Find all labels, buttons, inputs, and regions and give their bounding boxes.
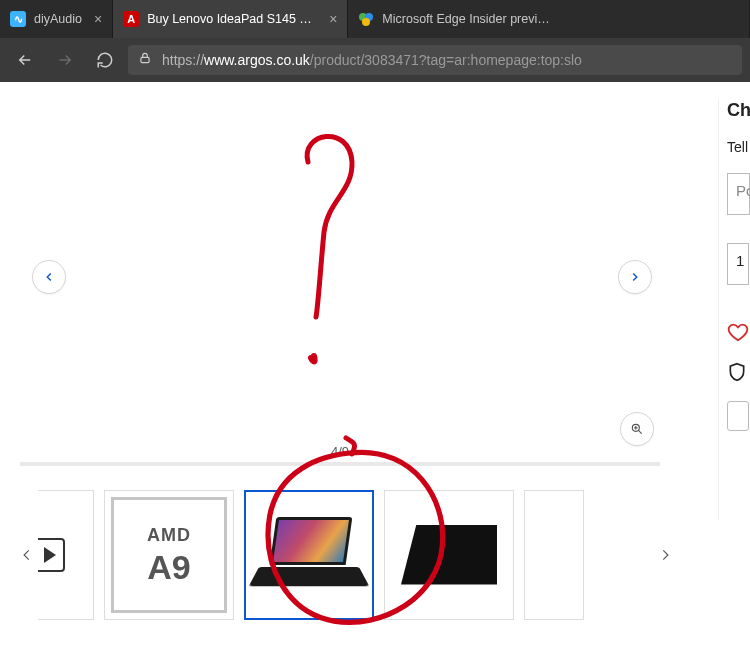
postcode-input[interactable]: Po (727, 173, 750, 215)
check-stock-header: Che (727, 100, 750, 121)
thumbnail-strip: deo AMD A9 (16, 482, 676, 627)
thumbnail-list: deo AMD A9 (38, 490, 654, 620)
wave-icon: ∿ (10, 11, 26, 27)
svg-line-5 (638, 430, 641, 433)
browser-tab-bar: ∿ diyAudio × A Buy Lenovo IdeaPad S145 1… (0, 0, 750, 38)
edge-icon (358, 11, 374, 27)
thumb-prev-button[interactable] (16, 541, 38, 569)
argos-icon: A (123, 11, 139, 27)
thumbnail-next-partial[interactable] (524, 490, 584, 620)
tab-edge-insider[interactable]: Microsoft Edge Insider previ… (348, 0, 750, 38)
refresh-button[interactable] (88, 43, 122, 77)
gallery-counter: 4/9 (20, 444, 660, 459)
thumbnail-laptop-side[interactable] (384, 490, 514, 620)
tab-diyaudio[interactable]: ∿ diyAudio × (0, 0, 113, 38)
forward-button (48, 43, 82, 77)
url-protocol: https:// (162, 52, 204, 68)
thumbnail-amd[interactable]: AMD A9 (104, 490, 234, 620)
tab-title: diyAudio (34, 12, 82, 26)
play-icon (38, 538, 65, 572)
zoom-button[interactable] (620, 412, 654, 446)
close-icon[interactable]: × (329, 12, 337, 26)
tab-title: Microsoft Edge Insider previ… (382, 12, 549, 26)
thumbnail-laptop-selected[interactable] (244, 490, 374, 620)
url-path: /product/3083471?tag=ar:homepage:top:slo (310, 52, 582, 68)
tell-us-label: Tell u (727, 139, 750, 155)
amd-frame (111, 497, 227, 613)
thumbnail-video[interactable]: deo (38, 490, 94, 620)
browser-nav-bar: https://www.argos.co.uk/product/3083471?… (0, 38, 750, 82)
shield-icon[interactable] (727, 362, 750, 385)
page-content: 4/9 deo AMD A9 (0, 82, 750, 650)
gallery-prev-button[interactable] (32, 260, 66, 294)
tab-argos-active[interactable]: A Buy Lenovo IdeaPad S145 15.6 I… × (113, 0, 348, 38)
quantity-input[interactable]: 1 (727, 243, 749, 285)
tab-title: Buy Lenovo IdeaPad S145 15.6 I… (147, 12, 317, 26)
lock-icon (138, 51, 152, 69)
back-button[interactable] (8, 43, 42, 77)
thumb-next-button[interactable] (654, 541, 676, 569)
heart-icon[interactable] (727, 321, 750, 346)
laptop-side-graphic (401, 525, 497, 585)
annotation-question-mark (280, 112, 380, 372)
url-domain: www.argos.co.uk (204, 52, 310, 68)
svg-point-2 (362, 18, 370, 26)
address-bar[interactable]: https://www.argos.co.uk/product/3083471?… (128, 45, 742, 75)
option-box[interactable] (727, 401, 749, 431)
gallery-next-button[interactable] (618, 260, 652, 294)
laptop-graphic (259, 517, 359, 593)
svg-rect-3 (141, 57, 149, 62)
url-text: https://www.argos.co.uk/product/3083471?… (162, 52, 582, 68)
product-sidebar: Che Tell u Po 1 (718, 100, 750, 520)
gallery-progress-track (20, 462, 660, 466)
close-icon[interactable]: × (94, 12, 102, 26)
